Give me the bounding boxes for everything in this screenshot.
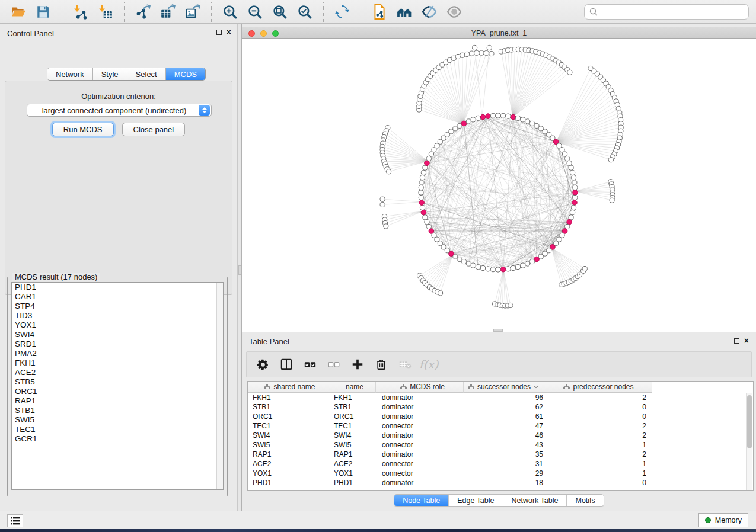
export-table-icon[interactable]: [155, 2, 180, 22]
table-cell: SWI5: [327, 441, 376, 449]
list-item[interactable]: TEC1: [12, 425, 223, 434]
tab-select[interactable]: Select: [127, 68, 166, 80]
zoom-in-icon[interactable]: [218, 2, 243, 22]
list-item[interactable]: SRD1: [12, 339, 223, 349]
list-item[interactable]: SWI4: [12, 330, 223, 339]
list-item[interactable]: TID3: [12, 311, 223, 321]
column-header-predecessor-nodes[interactable]: predecessor nodes: [551, 382, 652, 393]
function-builder-icon[interactable]: f(x): [421, 357, 436, 372]
show-graphics-details-icon[interactable]: [442, 2, 467, 22]
delete-icon[interactable]: [374, 357, 389, 372]
table-row[interactable]: YOX1YOX1connector291: [248, 469, 753, 478]
search-icon: [589, 8, 598, 16]
table-row[interactable]: ORC1ORC1dominator610: [248, 412, 753, 421]
tab-motifs[interactable]: Motifs: [567, 495, 603, 506]
zoom-fit-icon[interactable]: [267, 2, 292, 22]
import-network-icon[interactable]: [68, 2, 93, 22]
deselect-all-icon[interactable]: [326, 357, 342, 372]
column-layout-icon[interactable]: [279, 357, 294, 372]
hide-graphics-details-icon[interactable]: [417, 2, 442, 22]
delete-table-icon[interactable]: [397, 357, 413, 372]
table-scrollbar-thumb[interactable]: [747, 395, 752, 448]
run-mcds-button[interactable]: Run MCDS: [52, 123, 114, 136]
list-item[interactable]: PMA2: [12, 349, 223, 358]
table-row[interactable]: TEC1TEC1connector472: [248, 421, 753, 431]
list-item[interactable]: GCR1: [12, 434, 223, 444]
export-image-icon[interactable]: [180, 2, 205, 22]
search-field[interactable]: [601, 8, 744, 16]
save-icon[interactable]: [31, 2, 56, 22]
optimization-criterion-select[interactable]: largest connected component (undirected): [27, 104, 212, 117]
list-item[interactable]: FKH1: [12, 358, 223, 368]
open-file-icon[interactable]: [6, 2, 31, 22]
list-item[interactable]: PHD1: [12, 283, 223, 292]
list-scrollbar[interactable]: [216, 283, 223, 489]
table-cell: 35: [464, 450, 551, 459]
list-item[interactable]: STB1: [12, 406, 223, 415]
zoom-out-icon[interactable]: [243, 2, 267, 22]
table-row[interactable]: FKH1FKH1dominator962: [248, 393, 753, 402]
close-panel-icon[interactable]: ×: [227, 29, 231, 35]
table-row[interactable]: SWI4SWI4dominator462: [248, 431, 753, 440]
tab-mcds[interactable]: MCDS: [166, 68, 205, 80]
list-item[interactable]: STP4: [12, 302, 223, 311]
table-cell: dominator: [376, 479, 464, 487]
refresh-icon[interactable]: [330, 2, 355, 22]
splitter-handle[interactable]: [238, 265, 241, 275]
network-titlebar[interactable]: YPA_prune.txt_1: [242, 27, 756, 39]
search-input[interactable]: [584, 4, 749, 20]
select-all-icon[interactable]: [302, 357, 318, 372]
close-panel-button[interactable]: Close panel: [122, 123, 186, 136]
column-header-shared-name[interactable]: shared name: [248, 382, 327, 393]
column-header-MCDS-role[interactable]: MCDS role: [376, 382, 464, 393]
zoom-selected-icon[interactable]: [292, 2, 317, 22]
network-graph[interactable]: [242, 39, 756, 332]
table-row[interactable]: STB1STB1dominator620: [248, 402, 753, 412]
list-item[interactable]: YOX1: [12, 321, 223, 330]
list-item[interactable]: ACE2: [12, 368, 223, 377]
table-cell: SWI4: [248, 431, 327, 440]
tab-network[interactable]: Network: [47, 68, 93, 80]
table-row[interactable]: ACE2ACE2connector311: [248, 459, 753, 469]
column-header-name[interactable]: name: [327, 382, 376, 393]
list-item[interactable]: STB5: [12, 377, 223, 387]
tab-style[interactable]: Style: [93, 68, 127, 80]
table-row[interactable]: RAP1RAP1dominator352: [248, 450, 753, 459]
table-cell: YOX1: [248, 469, 327, 477]
close-table-panel-icon[interactable]: ×: [744, 338, 749, 344]
optimization-criterion-label: Optimization criterion:: [5, 92, 232, 101]
desktop-wallpaper: [0, 529, 756, 532]
table-cell: 29: [464, 469, 551, 477]
birds-eye-view-icon[interactable]: [392, 2, 417, 22]
list-item[interactable]: ORC1: [12, 387, 223, 396]
table-row[interactable]: SWI5SWI5connector431: [248, 440, 753, 450]
table-cell: ACE2: [248, 460, 327, 468]
table-row[interactable]: PHD1PHD1dominator180: [248, 478, 753, 488]
tab-network-table[interactable]: Network Table: [503, 495, 567, 506]
list-item[interactable]: RAP1: [12, 396, 223, 406]
memory-button[interactable]: Memory: [698, 513, 748, 527]
table-panel: Table Panel × f(x) shared namenameM: [242, 334, 756, 509]
table-header: shared namenameMCDS rolesuccessor nodesp…: [248, 382, 753, 393]
export-network-icon[interactable]: [130, 2, 155, 22]
settings-gear-icon[interactable]: [255, 357, 270, 372]
mcds-result-list[interactable]: PHD1CAR1STP4TID3YOX1SWI4SRD1PMA2FKH1ACE2…: [11, 282, 224, 490]
status-menu-button[interactable]: [7, 514, 23, 527]
add-column-icon[interactable]: [350, 357, 365, 372]
float-panel-icon[interactable]: [216, 30, 222, 35]
list-item[interactable]: CAR1: [12, 292, 223, 302]
float-table-panel-icon[interactable]: [734, 338, 739, 344]
table-scrollbar[interactable]: [746, 393, 752, 490]
tab-node-table[interactable]: Node Table: [394, 495, 449, 506]
vertical-splitter[interactable]: [237, 24, 242, 511]
list-item[interactable]: SWI5: [12, 415, 223, 425]
table-cell: 2: [551, 450, 652, 459]
import-table-icon[interactable]: [93, 2, 118, 22]
tab-edge-table[interactable]: Edge Table: [449, 495, 503, 506]
network-canvas[interactable]: [242, 39, 756, 332]
dropdown-stepper-icon: [199, 105, 210, 116]
new-network-from-file-icon[interactable]: [367, 2, 392, 22]
main-toolbar: [0, 0, 756, 24]
column-header-successor-nodes[interactable]: successor nodes: [464, 382, 551, 393]
horizontal-splitter-handle[interactable]: [493, 329, 503, 332]
